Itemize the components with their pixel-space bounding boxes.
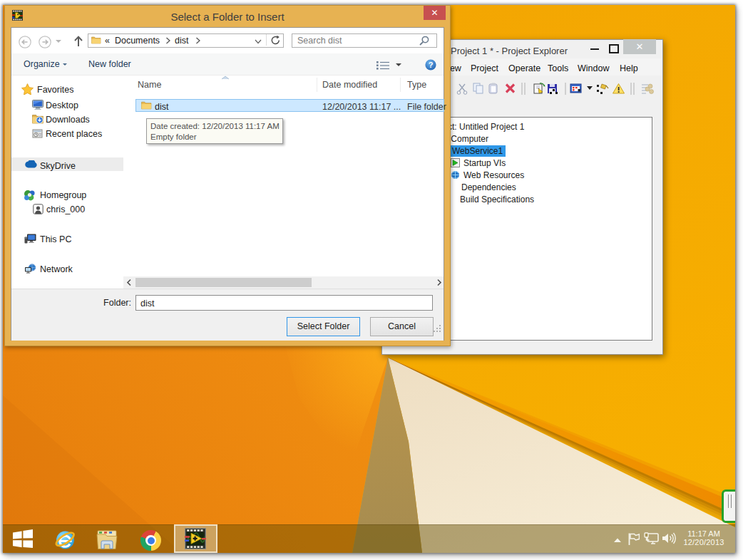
svg-text:?: ?	[429, 61, 434, 69]
